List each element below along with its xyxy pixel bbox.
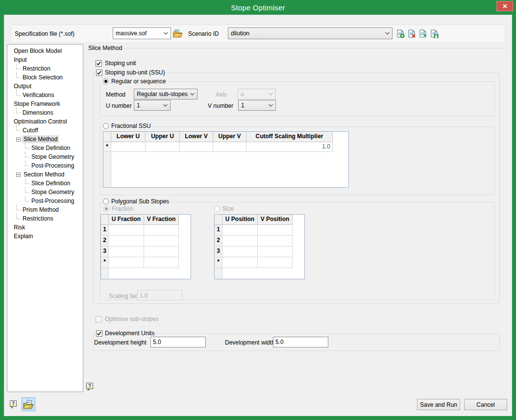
grid-cell[interactable]: [144, 236, 179, 247]
ssu-checkbox[interactable]: Stoping sub-unit (SSU): [95, 69, 167, 76]
sidebar-item-optimisation-control[interactable]: Optimisation Control: [7, 117, 83, 126]
help-button-dialog[interactable]: [10, 400, 17, 409]
sidebar-item-restrictions[interactable]: Restrictions: [7, 214, 83, 223]
dev-width-input[interactable]: [273, 337, 328, 347]
sidebar-item-cutoff[interactable]: Cutoff: [7, 126, 83, 135]
grid-cell[interactable]: [222, 225, 258, 236]
sidebar-item-slice-method[interactable]: Slice Method: [7, 135, 83, 144]
sidebar-item-stope-geometry[interactable]: Stope Geometry: [7, 152, 83, 161]
table-row: *: [101, 257, 191, 268]
grid-corner-cell: [215, 215, 222, 225]
method-combo[interactable]: Regular sub-stopes: [134, 89, 197, 99]
sidebar-item-post-processing[interactable]: Post-Processing: [7, 197, 83, 205]
scenario-import-button[interactable]: [418, 29, 428, 39]
grid-column-header[interactable]: V Fraction: [144, 215, 179, 225]
sidebar-item-section-method[interactable]: Section Method: [7, 170, 83, 179]
grid-cell[interactable]: [111, 142, 146, 152]
scenario-add-button[interactable]: [395, 29, 405, 39]
v-number-combo[interactable]: 1: [238, 100, 276, 111]
tree-connector: [15, 64, 21, 73]
help-button-panel[interactable]: [86, 383, 94, 391]
grid-cell[interactable]: 1.0: [246, 142, 333, 152]
grid-cell[interactable]: [222, 257, 258, 268]
radio-unselected-disabled-icon: [214, 206, 220, 212]
grid-cell[interactable]: [144, 257, 179, 268]
grid-column-header[interactable]: Upper U: [146, 132, 180, 142]
grid-cell[interactable]: [180, 142, 213, 152]
grid-column-header[interactable]: U Fraction: [109, 215, 144, 225]
polygonal-radio[interactable]: Polygonal Sub Stopes: [101, 198, 171, 205]
cancel-button[interactable]: Cancel: [464, 399, 507, 410]
grid-cell[interactable]: [258, 225, 293, 236]
grid-cell[interactable]: [109, 257, 144, 268]
sidebar-item-restriction[interactable]: Restriction: [7, 64, 83, 73]
dev-height-input[interactable]: [150, 337, 206, 347]
grid-cell[interactable]: [222, 236, 258, 247]
grid-cell[interactable]: [146, 142, 180, 152]
grid-row-header[interactable]: 2: [215, 236, 222, 247]
sidebar-item-label: Cutoff: [21, 126, 40, 134]
grid-cell[interactable]: [109, 247, 144, 257]
help-icon-tail: [11, 407, 13, 409]
close-button[interactable]: [496, 1, 513, 11]
grid-row-header[interactable]: 2: [101, 236, 109, 247]
sidebar-item-open-block-model[interactable]: Open Block Model: [7, 47, 83, 55]
tree-collapse-icon[interactable]: [16, 137, 21, 142]
sidebar-item-label: Prism Method: [21, 206, 60, 214]
sidebar-item-slice-definition[interactable]: Slice Definition: [7, 144, 83, 152]
grid-row-header[interactable]: *: [215, 257, 222, 268]
sidebar-item-input[interactable]: Input: [7, 55, 83, 64]
save-and-run-button[interactable]: Save and Run: [417, 399, 460, 410]
sidebar-item-stope-geometry[interactable]: Stope Geometry: [7, 188, 83, 197]
grid-row-header[interactable]: *: [103, 142, 111, 152]
grid-column-header[interactable]: V Position: [258, 215, 293, 225]
sidebar-item-dimensions[interactable]: Dimensions: [7, 108, 83, 117]
regular-radio[interactable]: Regular or sequence: [101, 78, 167, 85]
scenario-delete-button[interactable]: [407, 29, 417, 39]
grid-column-header[interactable]: Upper V: [213, 132, 246, 142]
sidebar-item-explain[interactable]: Explain: [7, 232, 83, 241]
grid-column-header[interactable]: U Position: [222, 215, 258, 225]
title-bar[interactable]: Stope Optimiser: [0, 0, 516, 15]
grid-cell[interactable]: [258, 236, 293, 247]
grid-cell[interactable]: [109, 225, 144, 236]
grid-cell[interactable]: [222, 247, 258, 257]
grid-cell[interactable]: [213, 142, 246, 152]
sidebar-item-label: Restriction: [21, 65, 52, 73]
grid-row-header[interactable]: *: [101, 257, 109, 268]
tree-connector: [15, 214, 21, 223]
scenario-save-button[interactable]: [429, 29, 439, 39]
open-file-button[interactable]: [173, 28, 183, 38]
chevron-down-icon: [164, 32, 168, 35]
tree-connector: [24, 188, 30, 197]
grid-cell[interactable]: [144, 247, 179, 257]
grid-row-header[interactable]: 1: [215, 225, 222, 236]
tree-collapse-icon[interactable]: [16, 173, 21, 177]
grid-row-header[interactable]: 3: [215, 247, 222, 257]
grid-cell[interactable]: [258, 247, 293, 257]
grid-column-header[interactable]: Lower V: [180, 132, 213, 142]
fractional-radio[interactable]: Fractional SSU: [101, 123, 152, 129]
stoping-unit-checkbox[interactable]: Stoping unit: [96, 60, 136, 67]
grid-column-header[interactable]: Cutoff Scaling Multiplier: [246, 132, 333, 142]
size-radio: Size: [214, 205, 234, 212]
sidebar-item-prism-method[interactable]: Prism Method: [7, 205, 83, 214]
grid-row-header[interactable]: 1: [101, 225, 109, 236]
sidebar-item-risk[interactable]: Risk: [7, 223, 83, 232]
sidebar-item-block-selection[interactable]: Block Selection: [7, 73, 83, 82]
sidebar-item-slice-definition[interactable]: Slice Definition: [7, 179, 83, 188]
grid-cell[interactable]: [258, 257, 293, 268]
scenario-id-combo[interactable]: dilution: [228, 27, 393, 39]
grid-cell[interactable]: [109, 236, 144, 247]
sidebar-item-verifications[interactable]: Verifications: [7, 91, 83, 99]
sidebar-item-stope-framework[interactable]: Stope Framework: [7, 99, 83, 108]
sidebar-item-output[interactable]: Output: [7, 82, 83, 91]
sidebar-item-post-processing[interactable]: Post-Processing: [7, 161, 83, 170]
u-number-combo[interactable]: 1: [134, 100, 171, 111]
spec-file-combo[interactable]: massive.sof: [113, 27, 171, 39]
auto-open-toggle-button[interactable]: [22, 397, 35, 411]
grid-column-header[interactable]: Lower U: [111, 132, 146, 142]
grid-cell[interactable]: [144, 225, 179, 236]
grid-row-header[interactable]: 3: [101, 247, 109, 257]
dev-units-checkbox[interactable]: Development Units: [95, 330, 156, 337]
